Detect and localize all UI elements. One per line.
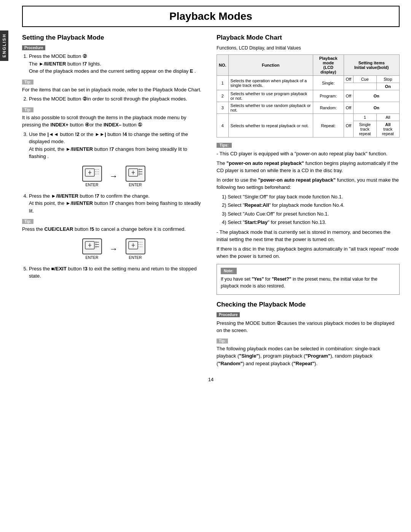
english-tab: ENGLISH xyxy=(0,30,8,61)
arrow-1: → xyxy=(110,171,118,181)
table-cell-function-1: Selects the operation when playback of a… xyxy=(228,76,313,90)
settings-list-item-1: 1) Select "Single:Off" for play back mod… xyxy=(222,193,400,201)
step-5-text: Press the ■/EXIT button !3 to exit the s… xyxy=(29,266,197,279)
device-box-3 xyxy=(82,238,102,254)
tips-text-3: In order to use the "power-on auto repea… xyxy=(217,176,400,191)
device-box-1 xyxy=(82,166,102,182)
table-row-1: 1 Selects the operation when playback of… xyxy=(217,76,400,83)
checking-text: Pressing the MODE button ②causes the var… xyxy=(217,320,400,334)
step-1: Press the MODE button ② The ►/II/ENTER b… xyxy=(29,53,205,75)
table-cell-alltrack-4: Alltrack repeat xyxy=(376,121,400,137)
table-cell-no-1: 1 xyxy=(217,76,229,90)
table-header-function: Function xyxy=(228,55,313,76)
tips-text-1: - This CD player is equipped with a "pow… xyxy=(217,150,400,158)
tip-3-text: Press the CUE/CLEAR button !5 to cancel … xyxy=(22,225,205,233)
table-cell-off-4: Off xyxy=(344,114,353,137)
device-icon-d3: ENTER xyxy=(82,238,102,260)
tip-2-text: It is also possible to scroll through th… xyxy=(22,114,205,129)
tips-text-2: The "power-on auto repeat playback" func… xyxy=(217,160,400,174)
tips-badge: Tips: xyxy=(217,143,232,148)
step-4: Press the ►/II/ENTER button !7 to confir… xyxy=(29,192,205,215)
device-icon-steady: ENTER xyxy=(126,166,145,187)
step-3-text: Use the |◄◄ button !2 or the ►►| button … xyxy=(29,131,188,145)
playback-mode-table: NO. Function Playback mode(LCD display) … xyxy=(217,54,400,137)
right-section-title: Playback Mode Chart xyxy=(217,34,400,42)
page-title: Playback Modes xyxy=(169,10,252,22)
enter-label-2: ENTER xyxy=(129,183,142,187)
table-cell-no-2: 2 xyxy=(217,90,229,102)
step-5: Press the ■/EXIT button !3 to exit the s… xyxy=(29,265,205,280)
table-header-playback-mode: Playback mode(LCD display) xyxy=(313,55,344,76)
checking-tip-badge: Tip: xyxy=(217,339,228,343)
tip-badge-1: Tip: xyxy=(22,80,33,85)
settings-list: 1) Select "Single:Off" for play back mod… xyxy=(217,193,400,226)
checking-section-title: Checking the Playback Mode xyxy=(217,301,400,308)
table-cell-cue-1: Cue xyxy=(354,76,376,83)
arrow-2: → xyxy=(110,244,118,254)
step-2-text: Press the MODE button ②in order to scrol… xyxy=(29,96,187,102)
diagram-2: ENTER → ENTER xyxy=(22,238,205,260)
note-text: If you have set "Yes" for "Reset?" in th… xyxy=(221,276,395,289)
table-cell-mode-4: Repeat: xyxy=(313,114,344,137)
step-1-text: Press the MODE button ② xyxy=(29,53,87,59)
enter-label-3: ENTER xyxy=(86,256,99,260)
table-cell-mode-3: Random: xyxy=(313,102,344,114)
table-row-2: 2 Selects whether to use program playbac… xyxy=(217,90,400,102)
note-box: Note: If you have set "Yes" for "Reset?"… xyxy=(217,264,400,295)
table-cell-on-1: On xyxy=(376,83,400,90)
procedure-badge-left: Procedure xyxy=(22,45,45,50)
table-cell-single-4: Singletrack repeat xyxy=(354,121,376,137)
device-box-4 xyxy=(126,238,145,254)
table-cell-on-3: On xyxy=(354,102,400,114)
tip-badge-3: Tip: xyxy=(22,219,33,224)
device-icon-d4: ENTER xyxy=(126,238,145,260)
table-cell-all-4: All xyxy=(376,114,400,121)
table-cell-mode-1: Single: xyxy=(313,76,344,90)
tip-1-text: For the items that can be set in playbac… xyxy=(22,86,205,94)
table-row-3: 3 Selects whether to use random playback… xyxy=(217,102,400,114)
step-4-text: Press the ►/II/ENTER button !7 to confir… xyxy=(29,193,150,199)
table-cell-1b xyxy=(344,83,376,90)
left-column: Setting the Playback Mode Procedure Pres… xyxy=(22,34,205,369)
tips-text-5: If there is a disc in the tray, playback… xyxy=(217,245,400,260)
table-header-no: NO. xyxy=(217,55,229,76)
device-icon-flashing: ENTER xyxy=(82,166,102,187)
table-cell-on-2: On xyxy=(354,90,400,102)
table-cell-stop-1: Stop xyxy=(376,76,400,83)
table-cell-mode-2: Program: xyxy=(313,90,344,102)
settings-list-item-3: 3) Select "Auto Cue:Off" for preset func… xyxy=(222,210,400,218)
table-cell-no-3: 3 xyxy=(217,102,229,114)
table-row-4: 4 Selects whether to repeat playback or … xyxy=(217,114,400,121)
step-3: Use the |◄◄ button !2 or the ►►| button … xyxy=(29,131,205,160)
step-3b-text: At this point, the ►/II/ENTER button !7 … xyxy=(29,146,187,160)
table-cell-off-1: Off xyxy=(344,76,353,83)
diagram-1: ENTER → ENT xyxy=(22,166,205,187)
table-cell-function-4: Selects whether to repeat playback or no… xyxy=(228,114,313,137)
chart-subtitle: Functions, LCD Display, and Initial Valu… xyxy=(217,45,400,51)
table-header-setting-items: Setting itemsInitial value(bold) xyxy=(344,55,399,76)
step-2: Press the MODE button ②in order to scrol… xyxy=(29,95,205,103)
table-cell-function-3: Selects whether to use random playback o… xyxy=(228,102,313,114)
page-number: 14 xyxy=(22,377,400,382)
table-cell-off-3: Off xyxy=(344,102,353,114)
table-cell-function-2: Selects whether to use program playback … xyxy=(228,90,313,102)
enter-label-1: ENTER xyxy=(86,183,99,187)
device-box-2 xyxy=(126,166,145,182)
step-1-sub2: One of the playback modes and the curren… xyxy=(29,68,196,74)
page-title-box: Playback Modes xyxy=(22,6,400,27)
table-cell-no-4: 4 xyxy=(217,114,229,137)
settings-list-item-2: 2) Select "Repeat:All" for playback mode… xyxy=(222,201,400,209)
tips-text-4: - The playback mode that is currently se… xyxy=(217,228,400,243)
table-cell-off-2: Off xyxy=(344,90,353,102)
settings-list-item-4: 4) Select "Start:Play" for preset functi… xyxy=(222,219,400,226)
tip-badge-2: Tip: xyxy=(22,107,33,112)
enter-label-4: ENTER xyxy=(129,256,142,260)
note-badge: Note: xyxy=(221,268,237,274)
left-section-title: Setting the Playback Mode xyxy=(22,34,205,42)
step-4b-text: At this point, the ►/II/ENTER button !7 … xyxy=(29,200,201,214)
table-cell-1-4: 1 xyxy=(354,114,376,121)
procedure-badge-right: Procedure xyxy=(217,312,240,317)
step-1-sub1: The ►/II/ENTER button !7 lights. xyxy=(29,61,101,67)
right-column: Playback Mode Chart Functions, LCD Displ… xyxy=(217,34,400,369)
checking-tip-text: The following playback modes can be sele… xyxy=(217,345,400,367)
